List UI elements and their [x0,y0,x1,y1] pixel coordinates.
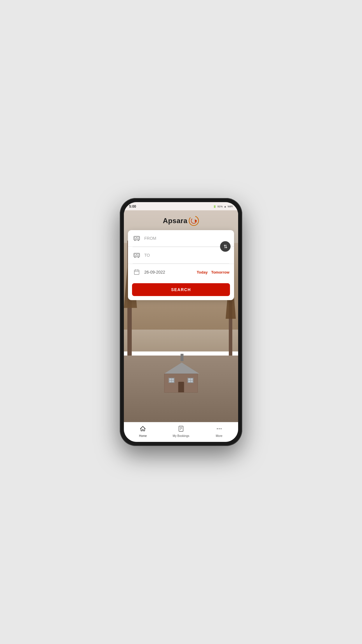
nav-bookings[interactable]: My Bookings [162,426,200,438]
bookings-icon [178,426,184,433]
app-name: Apsara [163,217,187,225]
screen-content: Apsara [124,210,238,442]
svg-point-6 [134,240,136,241]
from-bus-icon [133,234,141,242]
nav-home[interactable]: Home [124,426,162,438]
svg-point-23 [217,428,218,429]
today-button[interactable]: Today [197,270,208,274]
battery-icon: 🔋 [213,205,216,208]
from-field[interactable]: FROM ⇅ [128,230,234,247]
svg-rect-10 [134,254,136,255]
from-input[interactable]: FROM [144,236,229,241]
search-button[interactable]: SEARCH [132,283,230,296]
phone-screen: 5:00 🔋 91% ▲ WiFi [124,202,238,442]
bottom-navigation: Home My Bookings [124,422,238,442]
cabin [164,363,198,393]
to-input[interactable]: TO [144,253,229,258]
status-time: 5:00 [129,204,136,209]
cabin-window-left [168,378,174,383]
more-icon [216,426,222,433]
wifi-icon: WiFi [228,205,233,208]
status-icons: 🔋 91% ▲ WiFi [213,205,233,208]
tomorrow-button[interactable]: Tomorrow [211,270,229,274]
calendar-icon [133,268,141,276]
battery-percent: 91% [217,205,223,208]
logo: Apsara [163,216,199,226]
home-label: Home [139,434,147,438]
date-field[interactable]: 26-09-2022 Today Tomorrow [128,264,234,280]
svg-rect-15 [134,270,139,275]
svg-point-13 [138,257,139,258]
svg-point-0 [189,216,198,225]
date-quick-buttons: Today Tomorrow [197,270,229,274]
search-card: FROM ⇅ [128,230,234,300]
cabin-window-right [188,378,194,383]
from-to-container: FROM ⇅ [128,230,234,263]
cabin-roof [164,363,199,374]
to-field[interactable]: TO [128,247,234,263]
logo-icon [189,216,199,226]
svg-point-25 [220,428,222,429]
more-label: More [216,434,222,438]
svg-rect-11 [137,254,139,255]
svg-point-7 [138,240,139,241]
svg-point-24 [219,428,220,429]
phone-device: 5:00 🔋 91% ▲ WiFi [120,198,242,446]
cabin-door [178,382,184,392]
cabin-walls [164,374,198,393]
svg-rect-4 [134,237,136,238]
bookings-label: My Bookings [173,434,189,438]
svg-point-12 [134,257,136,258]
svg-rect-5 [137,237,139,238]
home-icon [140,426,146,433]
to-bus-icon [133,251,141,259]
app-header: Apsara [124,210,238,230]
status-bar: 5:00 🔋 91% ▲ WiFi [124,202,238,210]
signal-icon: ▲ [224,205,226,208]
swap-icon: ⇅ [224,244,227,249]
date-value: 26-09-2022 [144,270,197,274]
nav-more[interactable]: More [200,426,238,438]
chimney [180,354,183,361]
swap-button[interactable]: ⇅ [220,241,231,252]
svg-rect-19 [179,426,183,431]
